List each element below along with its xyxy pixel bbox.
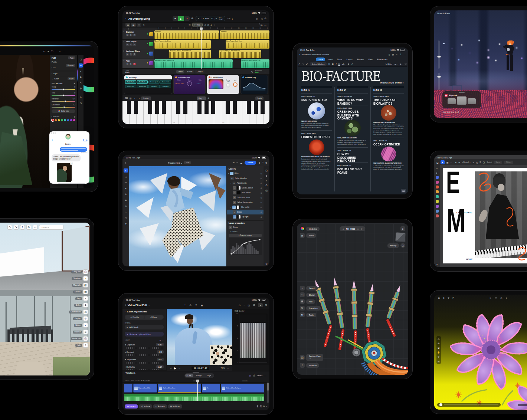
track-lane[interactable]: Bass Player - Indie Disco Bass Player - …	[154, 40, 269, 49]
crossfade-tool-icon[interactable]: X	[207, 24, 209, 26]
alchemy-pad[interactable]: Minimal Arp	[137, 85, 148, 88]
more-icon[interactable]: …	[404, 53, 406, 56]
eraser-tool-icon[interactable]: ◌	[124, 210, 128, 214]
object-button[interactable]: Object	[504, 161, 513, 164]
play-mode-button[interactable]: Play ⌄	[197, 96, 206, 100]
transform-tool-icon[interactable]: ⬚	[124, 174, 128, 178]
light-section-header[interactable]: ›Light	[52, 71, 75, 76]
history-clock-icon[interactable]: ◷	[400, 243, 405, 248]
add-track-icon[interactable]: +	[124, 28, 125, 30]
tab-references[interactable]: References	[375, 58, 389, 61]
alchemy-pad[interactable]: Dark Arp	[148, 85, 160, 88]
layers-tool-icon[interactable]: ▤	[437, 360, 440, 362]
device-icon[interactable]: ▭	[33, 225, 37, 230]
collapse-icon[interactable]: ⊖	[264, 17, 266, 20]
vibrance-slider[interactable]	[52, 101, 75, 102]
home-icon[interactable]: ⌂	[125, 161, 126, 164]
crop-tool-icon[interactable]: ▢	[124, 216, 128, 220]
flipbook-frame[interactable]	[448, 98, 456, 104]
keyboard-icon[interactable]: ⌨	[125, 97, 128, 99]
more-icon[interactable]: …	[63, 50, 65, 53]
count-in-icon[interactable]: ◂34	[227, 17, 230, 20]
window-dot[interactable]	[51, 132, 52, 134]
transform-icon[interactable]: ⇱	[300, 306, 305, 311]
glide-icon[interactable]: ✛	[207, 97, 209, 99]
flower-screen[interactable]: ◉ ↥ ⟳ ⇱ ▷ ▢ ◎ ●	[434, 295, 527, 410]
bold-button[interactable]: B	[332, 63, 334, 65]
mixer-view-icon[interactable]: ▦	[131, 23, 136, 27]
tab-review[interactable]: Review	[355, 58, 366, 61]
purple-dot[interactable]	[70, 119, 72, 121]
poster-page[interactable]: E M LECTRONIC USIC	[443, 168, 527, 263]
viewer-more-icon[interactable]: …	[227, 367, 229, 369]
yellow-dot[interactable]	[58, 119, 60, 121]
camera-icon[interactable]: ◎	[500, 296, 502, 299]
materials-button[interactable]: ◧	[83, 283, 88, 288]
edit-tool-icon[interactable]: ≔	[79, 63, 83, 68]
help-button[interactable]: ?	[83, 343, 88, 348]
tab-draw[interactable]: Draw	[335, 58, 344, 61]
stop-button[interactable]: ■	[173, 16, 178, 21]
shape-tool-icon[interactable]	[436, 200, 439, 203]
collapse-icon[interactable]: ⌄	[162, 339, 164, 341]
cloud-icon[interactable]: ☁	[59, 50, 61, 53]
bw-button[interactable]: B&W	[68, 77, 75, 80]
media-icon[interactable]: 🖻	[253, 304, 255, 306]
stop-icon[interactable]: ▢	[495, 296, 497, 299]
audition-icon[interactable]: ⓐ	[260, 405, 262, 408]
octave-down-icon[interactable]: ‹	[134, 97, 135, 99]
case-button[interactable]: aA⌄	[342, 63, 346, 65]
type-tool-icon[interactable]: T	[124, 222, 128, 226]
voiceover-icon[interactable]: ◉	[201, 304, 203, 306]
preset-select[interactable]: ‹ Default ›	[462, 161, 470, 163]
reset-button[interactable]: ↺ Reset	[145, 315, 163, 319]
track-header-drummer[interactable]: 1 Drummer MSR	[122, 30, 154, 39]
layer-row-selected[interactable]: ∿Curve⊙	[227, 210, 264, 214]
split-view-icon[interactable]: ◫	[248, 304, 250, 306]
automation-setting[interactable]: AutomationRead	[255, 70, 262, 73]
region[interactable]: Drummer	[220, 30, 269, 39]
ideas-icon[interactable]: ◍	[392, 53, 394, 56]
color-mix-button[interactable]: Color mix	[52, 109, 75, 113]
record-icon[interactable]: ◉	[438, 296, 440, 299]
layer-row[interactable]: ◐Saturation boost⊙	[227, 195, 264, 200]
rotate-tool-icon[interactable]: ⟲	[204, 24, 206, 26]
record-enable-button[interactable]: R	[133, 34, 136, 36]
styles-button[interactable]: ❖	[83, 303, 88, 308]
plugin-channeleq[interactable]: Channel EQ	[240, 75, 268, 94]
designer-persona-icon[interactable]: ▲	[441, 160, 445, 164]
timeline-ruler[interactable]: 1234567891011121314151617	[157, 27, 269, 30]
target-icon[interactable]: ◎	[74, 115, 75, 118]
timeline-playhead[interactable]	[197, 380, 198, 401]
undo-icon[interactable]: ↶	[43, 50, 45, 53]
layer-row[interactable]: ▾Edits⊙	[227, 171, 264, 176]
add-layer-icon[interactable]: ⊞	[265, 262, 267, 265]
info-icon[interactable]: ⓘ	[51, 50, 53, 53]
tags-button[interactable]: ⌖	[83, 296, 88, 301]
section-view-button[interactable]: Section ViewOff	[306, 354, 323, 361]
tools-icon[interactable]: ⚒	[300, 312, 305, 317]
volume-button[interactable]: ◁) Volume	[139, 404, 152, 408]
mode-edge[interactable]: Edge	[204, 374, 214, 377]
timeline-drag-handle[interactable]	[193, 372, 199, 373]
node-tool-icon[interactable]: ▸	[436, 171, 438, 174]
view-cube[interactable]	[395, 232, 405, 242]
timeline-name[interactable]: Timeline 1	[125, 372, 135, 374]
connect-icon[interactable]: ⧉	[263, 405, 265, 408]
sketch-button[interactable]: Sketch	[306, 293, 318, 297]
bullets-button[interactable]: ≔⌄	[394, 63, 397, 65]
style-value[interactable]: Clean ⌄	[195, 83, 204, 85]
back-icon[interactable]: ‹	[125, 303, 126, 307]
curves-editor[interactable]	[229, 238, 262, 255]
search-button[interactable]: Search	[306, 286, 318, 291]
add-mask-button[interactable]: +Add Mask	[125, 325, 164, 329]
home-icon[interactable]: ⌂	[343, 228, 344, 230]
eyedropper-icon[interactable]: ✎	[73, 82, 75, 85]
editor-button[interactable]: ✎Editor	[385, 63, 392, 65]
inspect-button[interactable]: ≔ Inspect	[125, 404, 138, 408]
upload-icon[interactable]: ↥	[443, 296, 445, 299]
tint-slider[interactable]	[52, 95, 75, 96]
play-icon[interactable]: ▷	[490, 296, 492, 299]
shadows-button[interactable]: ◑	[83, 276, 88, 281]
undo-icon[interactable]: ↶	[233, 161, 235, 164]
